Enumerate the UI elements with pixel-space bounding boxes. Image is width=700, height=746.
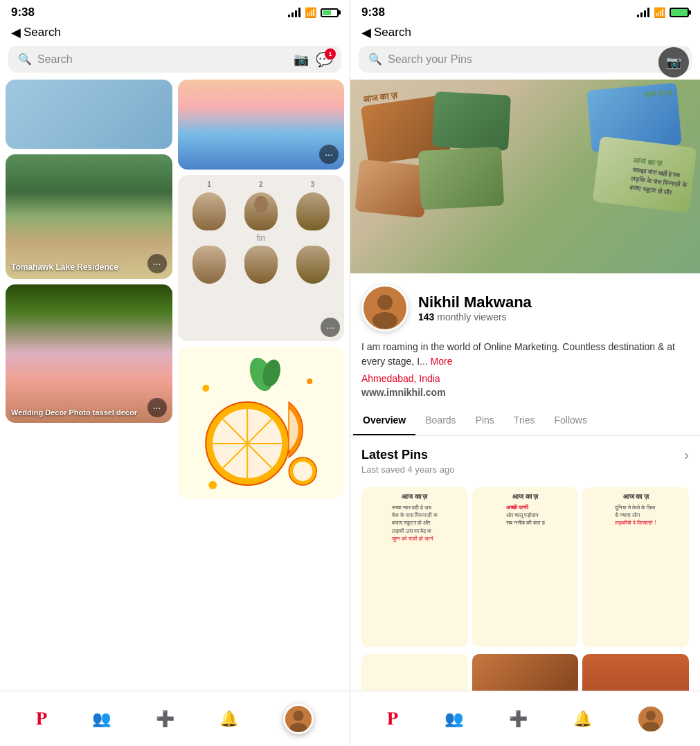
right-nav-add-button[interactable]: ➕ (509, 710, 528, 728)
left-panel: 9:38 📶 ◀ Search 🔍 Search 📷 💬 1 (0, 0, 350, 746)
svg-point-11 (293, 462, 312, 481)
architecture-pin-title: Tomahawk Lake Residence (11, 262, 118, 273)
pin-card-architecture[interactable]: Tomahawk Lake Residence ··· (6, 154, 172, 279)
tab-tries[interactable]: Tries (504, 406, 545, 435)
right-bottom-nav: 𝐏 👥 ➕ 🔔 (350, 691, 700, 746)
right-nav-bell-button[interactable]: 🔔 (573, 710, 592, 728)
tab-pins[interactable]: Pins (466, 406, 504, 435)
latest-pins-title: Latest Pins (361, 448, 428, 462)
search-icon: 🔍 (18, 53, 32, 66)
profile-tabs: Overview Boards Pins Tries Follows (350, 406, 700, 436)
right-back-arrow-icon: ◀ (361, 25, 371, 40)
left-back-label: Search (24, 26, 61, 39)
profile-bio-text: I am roaming in the world of Online Mark… (361, 341, 675, 367)
pin-column-1: Tomahawk Lake Residence ··· Wedding Deco… (6, 80, 172, 691)
pin-column-2: ··· 1 2 3 fin (178, 80, 345, 691)
nav-add-button[interactable]: ➕ (156, 710, 174, 728)
profile-more-link[interactable]: More (431, 356, 453, 367)
orange-illustration (178, 347, 345, 499)
pin1-title: आज का ज़ (402, 493, 427, 501)
battery-icon (321, 8, 339, 17)
profile-website[interactable]: www.imnikhil.com (361, 387, 689, 398)
pinterest-icon: 𝐏 (36, 708, 47, 729)
pin-food-1[interactable] (472, 654, 579, 691)
latest-pins-header: Latest Pins › (361, 447, 689, 463)
pin-more-button-2[interactable]: ··· (147, 398, 167, 417)
back-arrow-icon: ◀ (11, 25, 21, 40)
right-nav-home-button[interactable]: 𝐏 (387, 708, 398, 729)
latest-pins-subtitle: Last saved 4 years ago (361, 464, 689, 475)
pin-card-orange[interactable] (178, 347, 345, 499)
right-search-placeholder: Search your Pins (388, 53, 682, 66)
pin-more-button-4[interactable]: ··· (321, 318, 340, 337)
cover-card-2 (432, 91, 511, 151)
signal-icon (288, 8, 300, 17)
tab-overview[interactable]: Overview (353, 406, 415, 435)
tab-boards[interactable]: Boards (415, 406, 465, 435)
latest-pins-arrow[interactable]: › (684, 447, 689, 463)
right-scroll-area[interactable]: आज का ज़ आज का ज़ आज का ज़अलझा यारा खही … (350, 80, 700, 691)
notification-badge-count: 1 (325, 48, 336, 60)
pin1-body: सच्या प्यार वही हे ज़ब बेक के पास पिपनाज… (392, 504, 438, 543)
camera-icon[interactable]: 📷 (294, 52, 309, 67)
left-bottom-nav: 𝐏 👥 ➕ 🔔 (0, 691, 350, 746)
pin2-body: अच्छी पत्नी ओर चालू पड़ोसन सब नसीब की बा… (506, 504, 545, 527)
pin-partial-1[interactable]: आज ये की तरफ... अड़ना सि दर्द...और चला ज… (361, 654, 468, 691)
tab-follows[interactable]: Follows (544, 406, 596, 435)
pin-food-2[interactable] (582, 654, 689, 691)
right-search-bar[interactable]: 🔍 Search your Pins (359, 46, 692, 73)
pin-hindi-3[interactable]: आज का ज़ दुनिया मे केले के छिल से ज्यादा… (582, 487, 689, 647)
right-nav-avatar-button[interactable] (638, 707, 663, 731)
left-search-bar[interactable]: 🔍 Search 📷 💬 1 (8, 46, 341, 73)
left-status-icons: 📶 (288, 7, 339, 18)
pin-card-hair[interactable]: 1 2 3 fin (178, 175, 345, 341)
pin-hindi-1[interactable]: आज का ज़ सच्या प्यार वही हे ज़ब बेक के प… (361, 487, 468, 647)
add-icon: ➕ (156, 710, 174, 728)
right-status-time: 9:38 (361, 6, 385, 19)
left-search-placeholder: Search (37, 53, 332, 66)
profile-name-block: Nikhil Makwana 143 monthly viewers (418, 293, 689, 322)
pins-row-2: आज ये की तरफ... अड़ना सि दर्द...और चला ज… (350, 654, 700, 691)
nav-people-button[interactable]: 👥 (92, 710, 111, 728)
right-back-label: Search (374, 26, 411, 39)
nav-home-button[interactable]: 𝐏 (36, 708, 47, 729)
right-search-icon: 🔍 (368, 53, 382, 66)
left-status-time: 9:38 (11, 6, 35, 19)
profile-cover: आज का ज़ आज का ज़ आज का ज़अलझा यारा खही … (350, 80, 700, 273)
svg-point-19 (377, 295, 393, 310)
right-battery-icon (670, 8, 689, 17)
nav-bell-button[interactable]: 🔔 (219, 710, 238, 728)
right-wifi-icon: 📶 (654, 7, 665, 18)
hair-top-row (183, 192, 339, 230)
camera-round-button[interactable]: 📷 (658, 47, 689, 78)
pin-hindi-2[interactable]: आज का ज़ अच्छी पत्नी ओर चालू पड़ोसन सब न… (472, 487, 579, 647)
svg-point-13 (307, 379, 312, 384)
left-status-bar: 9:38 📶 (0, 0, 350, 22)
svg-point-16 (293, 710, 303, 720)
right-nav-people-button[interactable]: 👥 (445, 710, 463, 728)
svg-point-14 (208, 481, 217, 489)
pin2-title: आज का ज़ (512, 493, 538, 501)
pin-more-button[interactable]: ··· (147, 254, 167, 273)
pin-card-top-2[interactable]: ··· (178, 80, 345, 170)
pins-row-1: आज का ज़ सच्या प्यार वही हे ज़ब बेक के प… (350, 480, 700, 654)
wifi-icon: 📶 (305, 7, 316, 18)
profile-viewers-count: 143 (418, 311, 434, 322)
right-status-bar: 9:38 📶 (350, 0, 700, 22)
right-back-nav[interactable]: ◀ Search (350, 22, 700, 46)
pin-card-top-1[interactable] (6, 80, 172, 149)
right-add-icon: ➕ (509, 710, 528, 728)
pin-card-wedding[interactable]: Wedding Decor Photo tassel decor ··· (6, 284, 172, 423)
right-panel: 9:38 📶 ◀ Search 🔍 Search your Pins 📷 (350, 0, 700, 746)
left-search-actions: 📷 💬 1 (294, 51, 333, 68)
svg-point-22 (646, 711, 656, 720)
profile-viewers-label: monthly viewers (437, 311, 506, 322)
nav-avatar-button[interactable] (283, 704, 314, 734)
camera-button-icon: 📷 (666, 55, 681, 70)
pin-more-button-3[interactable]: ··· (319, 145, 339, 164)
left-back-nav[interactable]: ◀ Search (0, 22, 350, 46)
user-avatar (283, 704, 314, 734)
right-people-icon: 👥 (445, 710, 463, 728)
notification-button[interactable]: 💬 1 (316, 51, 333, 68)
profile-header: Nikhil Makwana 143 monthly viewers (361, 284, 689, 331)
